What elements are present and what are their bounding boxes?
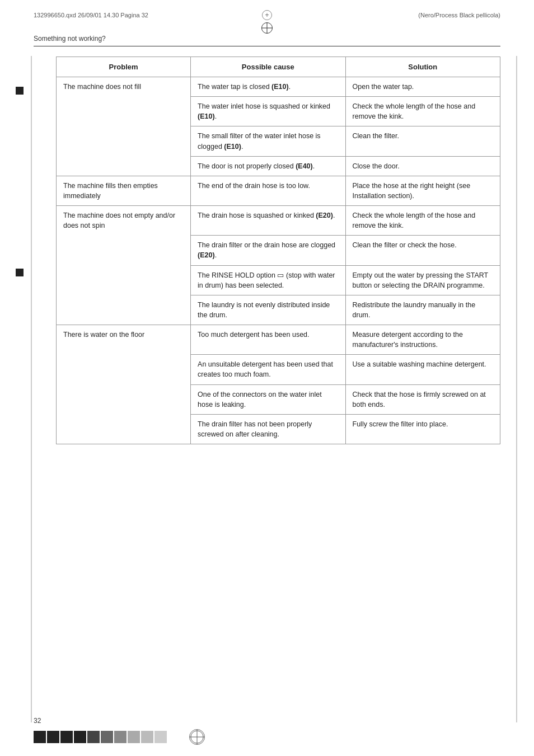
bottom-squares — [34, 731, 167, 743]
table-header-row: Problem Possible cause Solution — [57, 57, 500, 77]
code-e40: (E40) — [296, 162, 313, 170]
cause-cell-4-1: Too much detergent has been used. — [191, 325, 345, 355]
table-row: The machine does not empty and/or does n… — [57, 206, 500, 236]
cause-cell-4-2: An unsuitable detergent has been used th… — [191, 355, 345, 384]
square-2 — [47, 731, 59, 743]
page-wrapper: 132996650.qxd 26/09/01 14.30 Pagina 32 (… — [0, 0, 534, 756]
square-4 — [74, 731, 86, 743]
cause-cell-1-2: The water inlet hose is squashed or kink… — [191, 97, 345, 126]
code-e10-2: (E10) — [198, 112, 215, 120]
square-6 — [101, 731, 113, 743]
cause-cell-3-3: The RINSE HOLD option ▭ (stop with water… — [191, 265, 345, 295]
square-10 — [154, 731, 167, 743]
cause-cell-2-1: The end of the drain hose is too low. — [191, 176, 345, 205]
solution-cell-4-3: Check that the hose is firmly screwed on… — [345, 384, 500, 414]
cause-cell-1-3: The small filter of the water inlet hose… — [191, 126, 345, 156]
cause-cell-1-4: The door is not properly closed (E40). — [191, 156, 345, 176]
table-row: There is water on the floor Too much det… — [57, 325, 500, 355]
cause-cell-3-4: The laundry is not evenly distributed in… — [191, 295, 345, 325]
problem-cell-4: There is water on the floor — [57, 325, 191, 444]
top-header: 132996650.qxd 26/09/01 14.30 Pagina 32 (… — [0, 0, 534, 25]
code-e10-1: (E10) — [271, 83, 289, 91]
solution-cell-4-1: Measure detergent according to the manuf… — [345, 325, 500, 355]
header-center — [262, 10, 272, 20]
code-e10-3: (E10) — [224, 143, 241, 151]
code-e20-2: (E20) — [198, 251, 215, 259]
square-3 — [60, 731, 73, 743]
cause-cell-1-1: The water tap is closed (E10). — [191, 77, 345, 97]
bottom-bar — [34, 729, 500, 745]
bottom-footer: 32 — [0, 717, 534, 745]
trouble-table: Problem Possible cause Solution The mach… — [56, 57, 500, 444]
problem-cell-2: The machine fills then empties immediate… — [57, 176, 191, 205]
reg-mark-top — [261, 22, 273, 34]
header-right: (Nero/Process Black pellicola) — [272, 12, 500, 18]
solution-cell-1-2: Check the whole length of the hose and r… — [345, 97, 500, 126]
solution-cell-4-2: Use a suitable washing machine detergent… — [345, 355, 500, 384]
left-margin-block-2 — [16, 269, 24, 276]
table-row: The machine does not fill The water tap … — [57, 77, 500, 97]
solution-cell-3-1: Check the whole length of the hose and r… — [345, 206, 500, 236]
problem-cell-1: The machine does not fill — [57, 77, 191, 176]
cause-cell-4-3: One of the connectors on the water inlet… — [191, 384, 345, 414]
reg-circle-top — [262, 10, 272, 20]
problem-cell-3: The machine does not empty and/or does n… — [57, 206, 191, 325]
left-vertical-bar — [31, 56, 32, 722]
cause-cell-3-2: The drain filter or the drain hose are c… — [191, 236, 345, 265]
square-9 — [141, 731, 153, 743]
table-row: The machine fills then empties immediate… — [57, 176, 500, 205]
solution-cell-4-4: Fully screw the filter into place. — [345, 414, 500, 444]
left-margin-block-1 — [16, 87, 24, 95]
right-vertical-bar — [516, 56, 517, 722]
solution-cell-2-1: Place the hose at the right height (see … — [345, 176, 500, 205]
cause-cell-4-4: The drain filter has not been properly s… — [191, 414, 345, 444]
square-5 — [87, 731, 100, 743]
code-e20-1: (E20) — [316, 212, 333, 219]
solution-cell-1-1: Open the water tap. — [345, 77, 500, 97]
cause-cell-3-1: The drain hose is squashed or kinked (E2… — [191, 206, 345, 236]
col-solution: Solution — [345, 57, 500, 77]
header-left: 132996650.qxd 26/09/01 14.30 Pagina 32 — [34, 12, 262, 18]
reg-mark-bottom — [189, 729, 205, 745]
square-1 — [34, 731, 46, 743]
square-8 — [128, 731, 140, 743]
page-number: 32 — [34, 717, 500, 729]
solution-cell-3-2: Clean the filter or check the hose. — [345, 236, 500, 265]
solution-cell-3-4: Redistribute the laundry manually in the… — [345, 295, 500, 325]
solution-cell-3-3: Empty out the water by pressing the STAR… — [345, 265, 500, 295]
square-7 — [114, 731, 127, 743]
col-cause: Possible cause — [191, 57, 345, 77]
solution-cell-1-4: Close the door. — [345, 156, 500, 176]
solution-cell-1-3: Clean the filter. — [345, 126, 500, 156]
col-problem: Problem — [57, 57, 191, 77]
main-content: Problem Possible cause Solution The mach… — [0, 46, 534, 456]
